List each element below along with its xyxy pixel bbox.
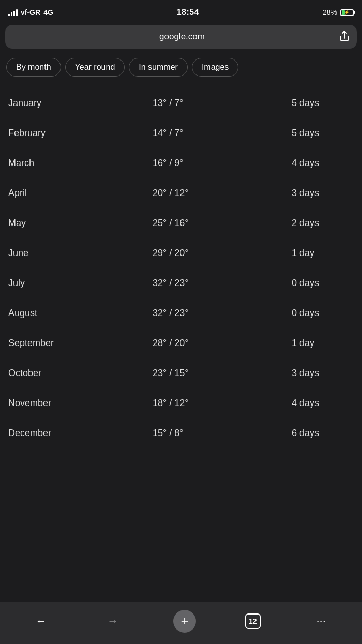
- carrier-label: vf-GR: [21, 8, 40, 17]
- table-row: October23° / 15°3 days: [0, 358, 362, 388]
- table-row: July32° / 23°0 days: [0, 268, 362, 298]
- browser-bar[interactable]: google.com: [5, 25, 357, 49]
- status-bar: vf-GR 4G 18:54 28% ⚡: [0, 0, 362, 23]
- url-display[interactable]: google.com: [25, 32, 339, 42]
- filter-tab-in-summer[interactable]: In summer: [129, 58, 188, 77]
- table-row: February14° / 7°5 days: [0, 118, 362, 148]
- temp-cell: 28° / 20°: [147, 338, 292, 349]
- temp-cell: 13° / 7°: [147, 98, 292, 109]
- battery-icon-container: ⚡: [340, 9, 354, 16]
- rain-cell: 6 days: [292, 428, 354, 439]
- rain-cell: 5 days: [292, 98, 354, 109]
- month-cell: May: [8, 218, 147, 229]
- temp-cell: 23° / 15°: [147, 368, 292, 379]
- more-button[interactable]: ···: [310, 610, 333, 633]
- table-row: June29° / 20°1 day: [0, 238, 362, 268]
- share-button[interactable]: [339, 31, 350, 43]
- month-cell: February: [8, 128, 147, 139]
- time-display: 18:54: [177, 8, 199, 17]
- rain-cell: 4 days: [292, 158, 354, 169]
- divider: [0, 85, 362, 85]
- tab-switcher-button[interactable]: 12: [245, 613, 261, 629]
- temp-cell: 20° / 12°: [147, 188, 292, 199]
- filter-tab-by-month[interactable]: By month: [6, 58, 61, 77]
- back-button[interactable]: ←: [29, 610, 52, 633]
- temp-cell: 15° / 8°: [147, 428, 292, 439]
- month-cell: June: [8, 248, 147, 259]
- month-cell: August: [8, 308, 147, 319]
- table-row: August32° / 23°0 days: [0, 298, 362, 328]
- bottom-nav: ← → + 12 ···: [0, 602, 362, 644]
- temp-cell: 14° / 7°: [147, 128, 292, 139]
- rain-cell: 1 day: [292, 338, 354, 349]
- table-row: May25° / 16°2 days: [0, 208, 362, 238]
- rain-cell: 5 days: [292, 128, 354, 139]
- status-right: 28% ⚡: [323, 8, 354, 17]
- network-type: 4G: [43, 8, 53, 17]
- table-row: November18° / 12°4 days: [0, 388, 362, 418]
- new-tab-button[interactable]: +: [173, 610, 196, 633]
- filter-tabs: By monthYear roundIn summerImages: [0, 53, 362, 82]
- forward-button[interactable]: →: [101, 610, 124, 633]
- month-cell: April: [8, 188, 147, 199]
- table-row: April20° / 12°3 days: [0, 178, 362, 208]
- filter-tab-images[interactable]: Images: [192, 58, 238, 77]
- temp-cell: 32° / 23°: [147, 308, 292, 319]
- table-row: March16° / 9°4 days: [0, 148, 362, 178]
- rain-cell: 2 days: [292, 218, 354, 229]
- status-left: vf-GR 4G: [8, 8, 53, 17]
- battery-icon: ⚡: [340, 9, 354, 16]
- weather-table: January13° / 7°5 daysFebruary14° / 7°5 d…: [0, 88, 362, 448]
- table-row: December15° / 8°6 days: [0, 418, 362, 448]
- month-cell: July: [8, 278, 147, 289]
- temp-cell: 32° / 23°: [147, 278, 292, 289]
- month-cell: January: [8, 98, 147, 109]
- rain-cell: 3 days: [292, 188, 354, 199]
- month-cell: March: [8, 158, 147, 169]
- temp-cell: 18° / 12°: [147, 398, 292, 409]
- battery-percent: 28%: [323, 8, 337, 17]
- month-cell: December: [8, 428, 147, 439]
- rain-cell: 4 days: [292, 398, 354, 409]
- month-cell: October: [8, 368, 147, 379]
- rain-cell: 0 days: [292, 308, 354, 319]
- more-dots-icon: ···: [316, 615, 325, 628]
- table-row: September28° / 20°1 day: [0, 328, 362, 358]
- table-row: January13° / 7°5 days: [0, 88, 362, 118]
- rain-cell: 1 day: [292, 248, 354, 259]
- month-cell: September: [8, 338, 147, 349]
- filter-tab-year-round[interactable]: Year round: [65, 58, 125, 77]
- bolt-icon: ⚡: [344, 10, 350, 15]
- month-cell: November: [8, 398, 147, 409]
- temp-cell: 29° / 20°: [147, 248, 292, 259]
- signal-icon: [8, 9, 18, 16]
- rain-cell: 0 days: [292, 278, 354, 289]
- temp-cell: 16° / 9°: [147, 158, 292, 169]
- page-content: By monthYear roundIn summerImages Januar…: [0, 53, 362, 490]
- rain-cell: 3 days: [292, 368, 354, 379]
- temp-cell: 25° / 16°: [147, 218, 292, 229]
